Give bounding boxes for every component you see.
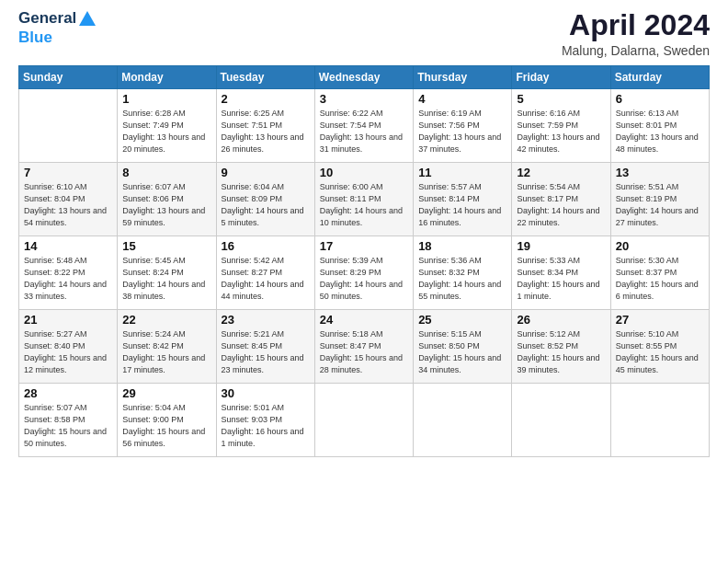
calendar-cell xyxy=(414,384,512,457)
calendar-cell: 20Sunrise: 5:30 AMSunset: 8:37 PMDayligh… xyxy=(610,236,709,310)
month-title: April 2024 xyxy=(562,9,710,41)
day-info: Sunrise: 5:24 AMSunset: 8:42 PMDaylight:… xyxy=(122,328,210,376)
logo-general: General xyxy=(18,9,76,27)
day-info: Sunrise: 5:51 AMSunset: 8:19 PMDaylight:… xyxy=(616,181,704,229)
calendar-cell: 30Sunrise: 5:01 AMSunset: 9:03 PMDayligh… xyxy=(216,384,314,457)
day-number: 29 xyxy=(122,386,210,400)
day-number: 7 xyxy=(24,166,112,179)
day-info: Sunrise: 5:18 AMSunset: 8:47 PMDaylight:… xyxy=(320,328,408,376)
calendar-cell: 4Sunrise: 6:19 AMSunset: 7:56 PMDaylight… xyxy=(414,89,512,163)
calendar-cell: 16Sunrise: 5:42 AMSunset: 8:27 PMDayligh… xyxy=(216,236,314,310)
calendar-week-4: 21Sunrise: 5:27 AMSunset: 8:40 PMDayligh… xyxy=(19,310,710,384)
day-number: 26 xyxy=(517,313,605,327)
day-info: Sunrise: 5:01 AMSunset: 9:03 PMDaylight:… xyxy=(222,402,310,450)
day-number: 13 xyxy=(616,166,704,179)
day-number: 4 xyxy=(418,92,506,106)
day-info: Sunrise: 5:15 AMSunset: 8:50 PMDaylight:… xyxy=(418,328,506,376)
day-info: Sunrise: 5:27 AMSunset: 8:40 PMDaylight:… xyxy=(24,328,112,376)
logo-icon xyxy=(77,9,97,29)
calendar-week-5: 28Sunrise: 5:07 AMSunset: 8:58 PMDayligh… xyxy=(19,384,710,457)
day-number: 8 xyxy=(122,166,210,179)
day-info: Sunrise: 6:13 AMSunset: 8:01 PMDaylight:… xyxy=(616,108,704,155)
day-info: Sunrise: 5:39 AMSunset: 8:29 PMDaylight:… xyxy=(320,255,408,303)
calendar-cell: 9Sunrise: 6:04 AMSunset: 8:09 PMDaylight… xyxy=(216,163,314,236)
calendar-cell: 2Sunrise: 6:25 AMSunset: 7:51 PMDaylight… xyxy=(216,89,314,163)
calendar-week-2: 7Sunrise: 6:10 AMSunset: 8:04 PMDaylight… xyxy=(19,163,710,236)
page-header: General Blue April 2024 Malung, Dalarna,… xyxy=(18,9,710,58)
day-info: Sunrise: 5:10 AMSunset: 8:55 PMDaylight:… xyxy=(616,328,704,376)
logo-blue: Blue xyxy=(18,29,98,45)
weekday-header-row: SundayMondayTuesdayWednesdayThursdayFrid… xyxy=(19,66,710,89)
day-info: Sunrise: 5:48 AMSunset: 8:22 PMDaylight:… xyxy=(24,255,112,303)
day-info: Sunrise: 5:04 AMSunset: 9:00 PMDaylight:… xyxy=(122,402,210,450)
day-info: Sunrise: 5:42 AMSunset: 8:27 PMDaylight:… xyxy=(222,255,310,303)
svg-marker-0 xyxy=(79,11,96,26)
location-title: Malung, Dalarna, Sweden xyxy=(562,43,710,58)
calendar-cell: 14Sunrise: 5:48 AMSunset: 8:22 PMDayligh… xyxy=(19,236,118,310)
day-info: Sunrise: 5:45 AMSunset: 8:24 PMDaylight:… xyxy=(122,255,210,303)
day-number: 27 xyxy=(616,313,704,327)
day-info: Sunrise: 5:21 AMSunset: 8:45 PMDaylight:… xyxy=(222,328,310,376)
day-number: 15 xyxy=(122,239,210,253)
day-info: Sunrise: 6:00 AMSunset: 8:11 PMDaylight:… xyxy=(320,181,408,229)
calendar-cell: 24Sunrise: 5:18 AMSunset: 8:47 PMDayligh… xyxy=(314,310,413,384)
calendar-cell: 25Sunrise: 5:15 AMSunset: 8:50 PMDayligh… xyxy=(414,310,512,384)
day-info: Sunrise: 6:04 AMSunset: 8:09 PMDaylight:… xyxy=(222,181,310,229)
weekday-header-thursday: Thursday xyxy=(414,66,512,89)
calendar-cell xyxy=(610,384,709,457)
day-number: 12 xyxy=(517,166,605,179)
calendar-cell xyxy=(314,384,413,457)
day-number: 19 xyxy=(517,239,605,253)
calendar-cell: 3Sunrise: 6:22 AMSunset: 7:54 PMDaylight… xyxy=(314,89,413,163)
day-number: 18 xyxy=(418,239,506,253)
calendar-cell: 29Sunrise: 5:04 AMSunset: 9:00 PMDayligh… xyxy=(118,384,216,457)
calendar-cell: 10Sunrise: 6:00 AMSunset: 8:11 PMDayligh… xyxy=(314,163,413,236)
day-number: 25 xyxy=(418,313,506,327)
calendar-cell xyxy=(19,89,118,163)
calendar-cell: 8Sunrise: 6:07 AMSunset: 8:06 PMDaylight… xyxy=(118,163,216,236)
weekday-header-friday: Friday xyxy=(512,66,610,89)
weekday-header-tuesday: Tuesday xyxy=(216,66,314,89)
day-number: 1 xyxy=(122,92,210,106)
day-info: Sunrise: 5:36 AMSunset: 8:32 PMDaylight:… xyxy=(418,255,506,303)
calendar-cell: 13Sunrise: 5:51 AMSunset: 8:19 PMDayligh… xyxy=(610,163,709,236)
calendar-cell: 19Sunrise: 5:33 AMSunset: 8:34 PMDayligh… xyxy=(512,236,610,310)
title-block: April 2024 Malung, Dalarna, Sweden xyxy=(562,9,710,58)
day-number: 23 xyxy=(222,313,310,327)
day-number: 5 xyxy=(517,92,605,106)
calendar-page: General Blue April 2024 Malung, Dalarna,… xyxy=(0,0,728,563)
calendar-cell: 23Sunrise: 5:21 AMSunset: 8:45 PMDayligh… xyxy=(216,310,314,384)
calendar-cell: 6Sunrise: 6:13 AMSunset: 8:01 PMDaylight… xyxy=(610,89,709,163)
day-info: Sunrise: 6:16 AMSunset: 7:59 PMDaylight:… xyxy=(517,108,605,155)
calendar-cell: 22Sunrise: 5:24 AMSunset: 8:42 PMDayligh… xyxy=(118,310,216,384)
day-number: 2 xyxy=(222,92,310,106)
calendar-cell: 11Sunrise: 5:57 AMSunset: 8:14 PMDayligh… xyxy=(414,163,512,236)
calendar-week-3: 14Sunrise: 5:48 AMSunset: 8:22 PMDayligh… xyxy=(19,236,710,310)
day-number: 22 xyxy=(122,313,210,327)
day-info: Sunrise: 5:54 AMSunset: 8:17 PMDaylight:… xyxy=(517,181,605,229)
day-info: Sunrise: 5:33 AMSunset: 8:34 PMDaylight:… xyxy=(517,255,605,303)
weekday-header-sunday: Sunday xyxy=(19,66,118,89)
day-number: 17 xyxy=(320,239,408,253)
calendar-cell xyxy=(512,384,610,457)
day-info: Sunrise: 6:28 AMSunset: 7:49 PMDaylight:… xyxy=(122,108,210,155)
weekday-header-wednesday: Wednesday xyxy=(314,66,413,89)
calendar-cell: 15Sunrise: 5:45 AMSunset: 8:24 PMDayligh… xyxy=(118,236,216,310)
weekday-header-saturday: Saturday xyxy=(610,66,709,89)
day-info: Sunrise: 6:19 AMSunset: 7:56 PMDaylight:… xyxy=(418,108,506,155)
day-info: Sunrise: 5:07 AMSunset: 8:58 PMDaylight:… xyxy=(24,402,112,450)
day-number: 11 xyxy=(418,166,506,179)
calendar-cell: 27Sunrise: 5:10 AMSunset: 8:55 PMDayligh… xyxy=(610,310,709,384)
day-number: 24 xyxy=(320,313,408,327)
day-info: Sunrise: 5:12 AMSunset: 8:52 PMDaylight:… xyxy=(517,328,605,376)
day-info: Sunrise: 6:07 AMSunset: 8:06 PMDaylight:… xyxy=(122,181,210,229)
day-number: 3 xyxy=(320,92,408,106)
calendar-cell: 17Sunrise: 5:39 AMSunset: 8:29 PMDayligh… xyxy=(314,236,413,310)
day-number: 28 xyxy=(24,386,112,400)
calendar-cell: 1Sunrise: 6:28 AMSunset: 7:49 PMDaylight… xyxy=(118,89,216,163)
day-number: 30 xyxy=(222,386,310,400)
logo: General Blue xyxy=(18,9,98,45)
day-number: 20 xyxy=(616,239,704,253)
day-number: 14 xyxy=(24,239,112,253)
day-number: 9 xyxy=(222,166,310,179)
